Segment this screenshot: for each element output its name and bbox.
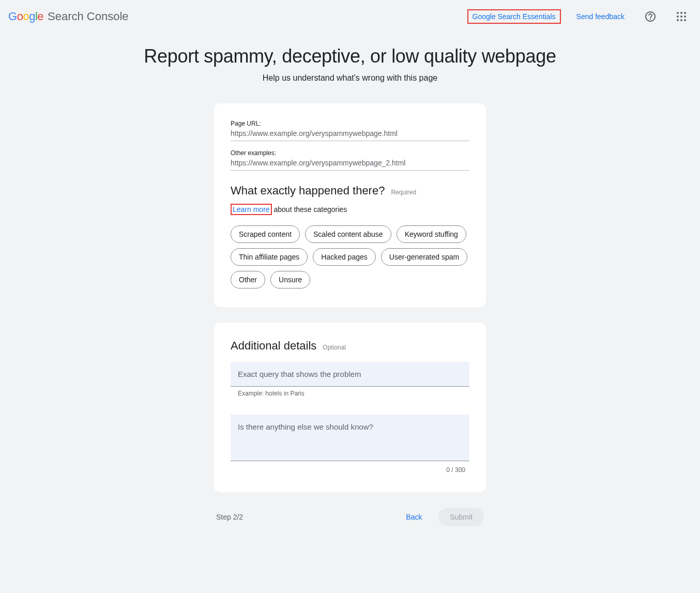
additional-details-card: Additional details Optional Example: hot… <box>214 323 486 492</box>
footer-buttons: Back Submit <box>400 508 484 526</box>
step-indicator: Step 2/2 <box>216 513 243 521</box>
svg-point-1 <box>680 12 682 14</box>
exact-query-input[interactable] <box>231 362 469 387</box>
page-url-field: Page URL: https://www.example.org/verysp… <box>231 120 469 141</box>
anything-else-wrap: 0 / 300 <box>231 415 469 474</box>
svg-point-4 <box>680 16 682 18</box>
svg-point-8 <box>684 19 686 21</box>
header-actions: Google Search Essentials Send feedback <box>467 6 692 27</box>
svg-point-6 <box>677 19 679 21</box>
details-title: Additional details <box>231 339 316 353</box>
google-logo: Google <box>8 10 43 23</box>
chip-other[interactable]: Other <box>231 271 265 288</box>
query-field-wrap: Example: hotels in Paris <box>231 362 469 397</box>
chip-thin-affiliate-pages[interactable]: Thin affiliate pages <box>231 248 308 266</box>
page-subtitle: Help us understand what's wrong with thi… <box>123 73 577 83</box>
optional-tag: Optional <box>323 344 346 351</box>
chip-user-generated-spam[interactable]: User-generated spam <box>381 248 467 266</box>
other-examples-value: https://www.example.org/veryspammywebpag… <box>231 159 469 171</box>
page-url-value: https://www.example.org/veryspammywebpag… <box>231 129 469 141</box>
search-essentials-link[interactable]: Google Search Essentials <box>467 9 561 24</box>
learn-more-link[interactable]: Learn more <box>231 204 272 215</box>
chip-keyword-stuffing[interactable]: Keyword stuffing <box>397 225 466 243</box>
learn-more-row: Learn more about these categories <box>231 204 469 215</box>
back-button[interactable]: Back <box>400 509 428 525</box>
svg-point-0 <box>677 12 679 14</box>
anything-else-textarea[interactable] <box>231 415 469 461</box>
category-chips: Scraped content Scaled content abuse Key… <box>231 225 469 288</box>
query-hint: Example: hotels in Paris <box>231 390 469 397</box>
char-count: 0 / 300 <box>231 466 469 474</box>
question-title: What exactly happened there? <box>231 184 385 197</box>
other-examples-field: Other examples: https://www.example.org/… <box>231 149 469 171</box>
svg-point-7 <box>680 19 682 21</box>
page-url-label: Page URL: <box>231 120 469 127</box>
question-header: What exactly happened there? Required <box>231 184 469 197</box>
svg-point-3 <box>677 16 679 18</box>
apps-grid-icon[interactable] <box>671 6 692 27</box>
main-content: Report spammy, deceptive, or low quality… <box>123 33 577 526</box>
product-name: Search Console <box>48 10 129 23</box>
send-feedback-link[interactable]: Send feedback <box>571 8 630 25</box>
logo: Google Search Console <box>8 10 129 23</box>
chip-scraped-content[interactable]: Scraped content <box>231 225 300 243</box>
required-tag: Required <box>391 189 416 196</box>
chip-scaled-content-abuse[interactable]: Scaled content abuse <box>305 225 391 243</box>
other-examples-label: Other examples: <box>231 149 469 157</box>
details-header: Additional details Optional <box>231 339 469 353</box>
app-header: Google Search Console Google Search Esse… <box>0 0 700 33</box>
help-icon[interactable] <box>640 6 661 27</box>
svg-point-2 <box>684 12 686 14</box>
learn-more-text: about these categories <box>272 205 347 214</box>
submit-button[interactable]: Submit <box>438 508 484 526</box>
report-card: Page URL: https://www.example.org/verysp… <box>214 103 486 307</box>
svg-point-5 <box>684 16 686 18</box>
page-title: Report spammy, deceptive, or low quality… <box>123 45 577 67</box>
chip-hacked-pages[interactable]: Hacked pages <box>313 248 376 266</box>
step-footer: Step 2/2 Back Submit <box>214 508 486 526</box>
chip-unsure[interactable]: Unsure <box>270 271 310 288</box>
